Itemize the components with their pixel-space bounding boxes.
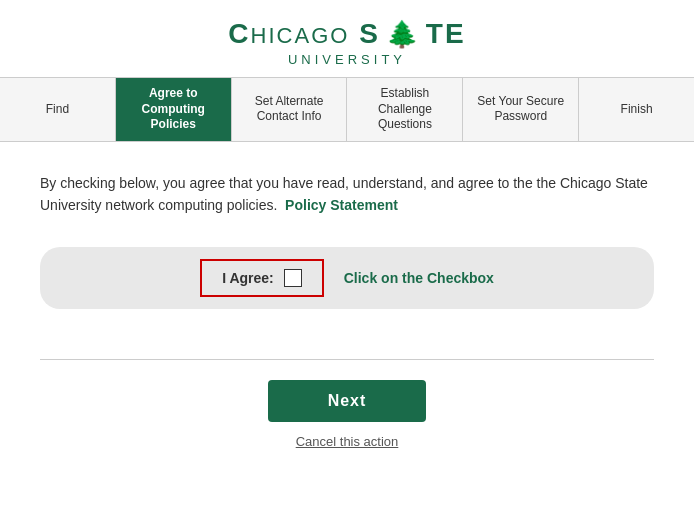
agree-label: I Agree: [222,270,274,286]
policy-description: By checking below, you agree that you ha… [40,172,654,217]
page-header: Chicago S 🌲 te University [0,0,694,77]
nav-step-find[interactable]: Find [0,78,116,141]
next-button[interactable]: Next [268,380,427,422]
tree-icon: 🌲 [386,19,420,50]
click-hint-text: Click on the Checkbox [344,270,494,286]
button-area: Next Cancel this action [0,380,694,449]
nav-step-password[interactable]: Set Your Secure Password [463,78,579,141]
logo-text-part2: te [426,18,466,50]
nav-step-agree[interactable]: Agree to Computing Policies [116,78,232,141]
agree-checkbox[interactable] [284,269,302,287]
section-divider [40,359,654,360]
nav-step-alternate[interactable]: Set Alternate Contact Info [232,78,348,141]
policy-statement-link[interactable]: Policy Statement [285,197,398,213]
main-content: By checking below, you agree that you ha… [0,142,694,359]
logo-text-part1: Chicago S [228,18,380,50]
agree-box: I Agree: [200,259,324,297]
wizard-nav: Find Agree to Computing Policies Set Alt… [0,77,694,142]
nav-step-finish[interactable]: Finish [579,78,694,141]
university-subtitle: University [0,52,694,67]
university-logo: Chicago S 🌲 te [0,18,694,50]
cancel-button[interactable]: Cancel this action [296,434,399,449]
agree-container: I Agree: Click on the Checkbox [40,247,654,309]
nav-step-challenge[interactable]: Establish Challenge Questions [347,78,463,141]
